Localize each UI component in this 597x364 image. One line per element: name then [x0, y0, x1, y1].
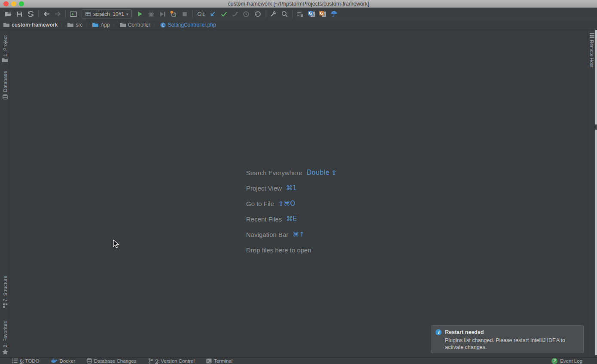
sidebar-item-project[interactable]: 1: Project: [0, 35, 9, 63]
rollback-icon[interactable]: [252, 9, 263, 19]
zoom-window-button[interactable]: [19, 1, 24, 6]
scrollbar-mark: [595, 124, 597, 130]
forward-arrow-icon[interactable]: [52, 9, 63, 19]
status-bar: 6: TODO Docker Database Changes 9: Versi…: [0, 357, 597, 364]
empty-editor-shortcuts: Search Everywhere Double ⇧ Project View …: [246, 165, 337, 258]
git-section-label: Git:: [198, 11, 206, 17]
breadcrumb-src[interactable]: src: [67, 22, 82, 28]
todo-list-icon: [12, 358, 18, 363]
svg-text:C: C: [161, 23, 164, 27]
terminal-icon: [206, 358, 212, 364]
minimize-window-button[interactable]: [11, 1, 16, 6]
save-all-icon[interactable]: [14, 9, 25, 19]
breadcrumb-file[interactable]: C SettingController.php: [160, 22, 216, 28]
right-tool-stripe: [588, 30, 595, 357]
chevron-down-icon: ▾: [126, 12, 128, 16]
sidebar-item-favorites[interactable]: 2: Favorites: [0, 321, 9, 355]
phpstorm-window: custom-framework [~/PhpstormProjects/cus…: [0, 0, 597, 364]
folder-icon: [120, 22, 126, 27]
editor-area: 1: Project Database 7: Structure 2: Favo…: [0, 30, 597, 357]
structure-icon: [3, 303, 8, 308]
breadcrumb-project[interactable]: custom-framework: [3, 22, 58, 28]
translate-orange-icon[interactable]: AG: [317, 9, 328, 19]
project-folder-icon: [2, 58, 8, 63]
breadcrumb-separator: 〉: [60, 22, 65, 28]
sidebar-item-structure[interactable]: 7: Structure: [0, 276, 9, 308]
shortcut-navigation-bar: Navigation Bar ⌘↑: [246, 227, 337, 242]
profiler-icon[interactable]: [168, 9, 179, 19]
settings-wrench-icon[interactable]: [268, 9, 279, 19]
titlebar: custom-framework [~/PhpstormProjects/cus…: [0, 0, 597, 8]
folder-icon: [3, 22, 9, 27]
info-icon: i: [436, 329, 442, 335]
search-everywhere-icon[interactable]: [279, 9, 290, 19]
notification-title: Restart needed: [445, 329, 484, 335]
shortcut-search-everywhere: Search Everywhere Double ⇧: [246, 165, 337, 180]
sidebar-item-database[interactable]: Database: [0, 71, 9, 100]
folder-icon: [67, 22, 73, 27]
breadcrumb: custom-framework 〉 src 〉 App 〉 Controlle…: [0, 20, 597, 30]
update-project-icon[interactable]: [207, 9, 218, 19]
breadcrumb-controller[interactable]: Controller: [120, 22, 150, 28]
event-count-badge: 2: [551, 358, 557, 364]
class-icon: C: [160, 22, 166, 28]
breadcrumb-separator: 〉: [85, 22, 90, 28]
database-icon: [3, 94, 8, 100]
statusbar-event-log[interactable]: 2 Event Log: [551, 358, 582, 364]
notification-body: Plugins list changed. Please restart Int…: [445, 337, 578, 351]
remote-host-server-icon: [589, 33, 595, 38]
open-folder-icon[interactable]: [3, 9, 14, 19]
run-icon[interactable]: [134, 9, 146, 19]
statusbar-database-changes[interactable]: Database Changes: [87, 358, 136, 364]
window-title: custom-framework [~/PhpstormProjects/cus…: [0, 1, 597, 7]
source-folder-icon: [92, 22, 98, 27]
shortcut-drop-files: Drop files here to open: [246, 242, 337, 258]
run-config-name: scratch_10#1: [93, 11, 124, 17]
sidebar-item-remote-host[interactable]: Remote Host: [588, 33, 596, 67]
window-edge-scrollbar[interactable]: [595, 30, 597, 364]
main-toolbar: scratch_10#1 ▾ Git:: [0, 8, 597, 20]
umbrella-icon[interactable]: [328, 9, 339, 19]
shortcut-go-to-file: Go to File ⇧⌘O: [246, 196, 337, 211]
breadcrumb-separator: 〉: [113, 22, 117, 28]
notification-restart-needed[interactable]: i Restart needed Plugins list changed. P…: [431, 325, 584, 353]
commit-changes-icon[interactable]: [218, 9, 229, 19]
upload-deployment-icon[interactable]: [295, 9, 306, 19]
statusbar-terminal[interactable]: Terminal: [206, 358, 232, 364]
star-icon: [2, 349, 8, 355]
synchronize-icon[interactable]: [25, 9, 36, 19]
debug-icon[interactable]: [146, 9, 157, 19]
scratch-file-icon: [85, 11, 91, 17]
shortcut-project-view: Project View ⌘1: [246, 180, 337, 196]
history-clock-icon[interactable]: [241, 9, 252, 19]
database-changes-icon: [87, 358, 92, 364]
breadcrumb-separator: 〉: [153, 22, 158, 28]
run-with-coverage-icon[interactable]: [157, 9, 168, 19]
run-configuration-dropdown[interactable]: scratch_10#1 ▾: [82, 9, 132, 18]
translate-blue-icon[interactable]: AG: [306, 9, 317, 19]
version-control-branch-icon: [148, 358, 153, 364]
statusbar-version-control[interactable]: 9: Version Control: [148, 358, 195, 364]
close-window-button[interactable]: [3, 1, 9, 6]
statusbar-docker[interactable]: Docker: [51, 358, 75, 364]
breadcrumb-app[interactable]: App: [92, 22, 110, 28]
traffic-lights: [3, 1, 24, 6]
push-icon[interactable]: [229, 9, 241, 19]
svg-text:G: G: [309, 11, 312, 15]
docker-whale-icon: [51, 358, 58, 364]
run-anything-icon[interactable]: [68, 9, 79, 19]
stop-icon[interactable]: [179, 9, 190, 19]
shortcut-recent-files: Recent Files ⌘E: [246, 211, 337, 227]
mouse-cursor: [113, 240, 119, 249]
svg-text:G: G: [320, 11, 323, 15]
statusbar-todo[interactable]: 6: TODO: [12, 358, 40, 364]
back-arrow-icon[interactable]: [41, 9, 52, 19]
